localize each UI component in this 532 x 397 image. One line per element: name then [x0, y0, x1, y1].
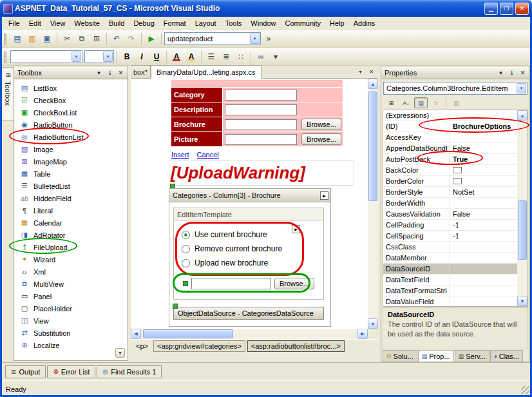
maximize-button[interactable]: ❐: [500, 3, 513, 15]
menu-format[interactable]: Format: [159, 17, 191, 29]
horizontal-scroll-thumb[interactable]: [143, 329, 233, 338]
tab-find-results[interactable]: ◎Find Results 1: [97, 365, 162, 378]
menu-website[interactable]: Website: [70, 17, 104, 29]
toolbox-item-checkbox[interactable]: ☑CheckBox: [15, 94, 127, 106]
vertical-scroll-thumb[interactable]: [368, 92, 377, 201]
toolbar-overflow-icon[interactable]: ▾: [269, 50, 283, 64]
menu-file[interactable]: File: [4, 17, 24, 29]
document-tab-active[interactable]: BinaryData/Upd...leting.aspx.cs: [151, 65, 261, 79]
chevron-down-icon[interactable]: ▾: [71, 52, 81, 62]
toolbox-autohide-tab[interactable]: ⊞ Toolbox: [2, 67, 14, 121]
cut-icon[interactable]: ✂: [60, 32, 74, 46]
radio-upload-new-brochure[interactable]: Upload new brochure: [182, 256, 323, 270]
property-row-causesvalidation[interactable]: CausesValidationFalse: [383, 209, 527, 220]
toolbox-item-calendar[interactable]: ▦Calendar: [15, 217, 127, 229]
properties-header[interactable]: Properties ▾ ⊸ ✕: [381, 66, 529, 79]
chevron-down-icon[interactable]: ▾: [517, 83, 526, 93]
tab-server-explorer[interactable]: ▥Serv...: [455, 350, 490, 362]
highlight-color-icon[interactable]: A: [184, 50, 198, 64]
toolbox-header[interactable]: Toolbox ▾ ⊸ ✕: [14, 66, 128, 79]
picture-browse-button[interactable]: Browse...: [301, 133, 341, 145]
command-combobox[interactable]: updateproduct ▾: [164, 32, 261, 45]
property-row-expressions[interactable]: (Expressions): [383, 110, 527, 121]
toolbox-item-image[interactable]: ▨Image: [15, 143, 127, 155]
vertical-scrollbar[interactable]: ▲ ▼: [368, 79, 378, 329]
menu-edit[interactable]: Edit: [24, 17, 46, 29]
toolbox-item-fileupload[interactable]: ↥FileUpload: [15, 241, 127, 253]
paste-icon[interactable]: ⊞: [90, 32, 104, 46]
toolbox-item-hiddenfield[interactable]: abHiddenField: [15, 192, 127, 204]
events-icon[interactable]: ϟ: [429, 97, 442, 108]
toolbox-item-checkboxlist[interactable]: ▣CheckBoxList: [15, 106, 127, 119]
property-row-datatextfield[interactable]: DataTextField: [383, 275, 527, 286]
tab-properties[interactable]: ▤Prop...: [418, 350, 454, 362]
scroll-left-icon[interactable]: ◀: [131, 329, 141, 339]
properties-scrollbar[interactable]: ▲ ▼: [517, 110, 527, 306]
property-row-cssclass[interactable]: CssClass: [383, 242, 527, 253]
align-icon[interactable]: ☰: [204, 50, 218, 64]
brochure-browse-button[interactable]: Browse...: [301, 119, 341, 130]
picture-input[interactable]: [225, 134, 297, 145]
toolbox-item-bulletedlist[interactable]: ☰BulletedList: [15, 180, 127, 192]
pin-icon[interactable]: ⊸: [106, 68, 115, 77]
open-file-icon[interactable]: ▥: [25, 32, 39, 46]
toolbox-item-literal[interactable]: ¶Literal: [15, 204, 127, 217]
property-row-datatextformatstring[interactable]: DataTextFormatStri: [383, 286, 527, 296]
brochure-input[interactable]: [225, 119, 297, 130]
tab-error-list[interactable]: ⊗Error List: [47, 365, 95, 378]
tag-radiobuttonlist[interactable]: <asp:radiobuttonlist#broc...>: [247, 340, 345, 352]
resize-grip[interactable]: [521, 386, 529, 394]
document-list-icon[interactable]: ▾: [356, 67, 365, 76]
font-size-combobox[interactable]: ▾: [84, 50, 114, 63]
property-row-autopostback[interactable]: AutoPostBackTrue: [383, 154, 527, 165]
save-icon[interactable]: ▣: [40, 32, 54, 46]
toolbox-item-localize[interactable]: ⊕Localize: [15, 339, 127, 351]
toolbox-item-multiview[interactable]: ⧉MultiView: [15, 278, 127, 290]
redo-icon[interactable]: ↷: [124, 32, 138, 46]
property-row-borderwidth[interactable]: BorderWidth: [383, 198, 527, 209]
description-input[interactable]: [225, 104, 297, 115]
object-selector-combobox[interactable]: Categories.Column3Brochure.EditItem ▾: [383, 82, 527, 95]
property-row-datavaluefield[interactable]: DataValueField: [383, 296, 527, 307]
fileupload-input[interactable]: [191, 278, 271, 289]
window-position-icon[interactable]: ▾: [496, 68, 506, 77]
toolbar-grip[interactable]: [4, 33, 6, 44]
radio-icon[interactable]: [182, 245, 190, 253]
scroll-down-icon[interactable]: ▼: [368, 318, 378, 329]
menu-window[interactable]: Window: [246, 17, 280, 29]
radio-remove-current-brochure[interactable]: Remove current brochure: [182, 242, 323, 256]
close-icon[interactable]: ✕: [518, 68, 527, 77]
toolbox-item-wizard[interactable]: ✦Wizard: [15, 253, 127, 266]
category-input[interactable]: [225, 90, 297, 101]
tab-class-view[interactable]: ♦Clas...: [490, 350, 523, 362]
chevron-down-icon[interactable]: ▾: [103, 52, 113, 62]
design-surface[interactable]: Category Description Brochure Browse... …: [131, 79, 368, 329]
scroll-up-icon[interactable]: ▲: [517, 110, 527, 121]
chevron-down-icon[interactable]: ▾: [250, 34, 260, 44]
italic-icon[interactable]: I: [135, 50, 149, 64]
toolbox-item-panel[interactable]: ▭Panel: [15, 290, 127, 302]
new-file-icon[interactable]: ▤: [10, 32, 24, 46]
property-row-datamember[interactable]: DataMember: [383, 253, 527, 264]
objectdatasource-control[interactable]: ObjectDataSource - CategoriesDataSource: [173, 307, 324, 320]
bullet-list-icon[interactable]: ≣: [219, 50, 233, 64]
toolbox-item-view[interactable]: ◫View: [15, 315, 127, 327]
scroll-up-icon[interactable]: ▲: [368, 79, 378, 89]
toolbox-item-substitution[interactable]: ⇄Substitution: [15, 327, 127, 339]
fileupload-browse-button[interactable]: Browse...: [274, 278, 314, 289]
radio-selected-icon[interactable]: [182, 231, 190, 239]
smart-tag-icon[interactable]: ▶: [292, 225, 300, 233]
window-position-icon[interactable]: ▾: [94, 68, 104, 77]
alphabetical-icon[interactable]: A↓: [399, 97, 413, 108]
menu-help[interactable]: Help: [325, 17, 349, 29]
horizontal-scrollbar[interactable]: ◀ ▶: [131, 329, 368, 339]
properties-view-icon[interactable]: ▤: [414, 97, 428, 108]
property-row-appenddatabounditems[interactable]: AppendDataBoundIFalse: [383, 143, 527, 154]
numbered-list-icon[interactable]: ∷: [234, 50, 248, 64]
column-panel-header[interactable]: Categories - Column[3] - Brochure ▶: [169, 188, 331, 202]
toolbox-item-placeholder[interactable]: ▢PlaceHolder: [15, 302, 127, 315]
tag-gridview[interactable]: <asp:gridview#categories>: [153, 340, 245, 352]
tab-solution-explorer[interactable]: ⊟Solu...: [383, 350, 417, 362]
toolbox-item-radiobutton[interactable]: ◉RadioButton: [15, 119, 127, 131]
start-debugging-icon[interactable]: ▶: [144, 32, 158, 46]
